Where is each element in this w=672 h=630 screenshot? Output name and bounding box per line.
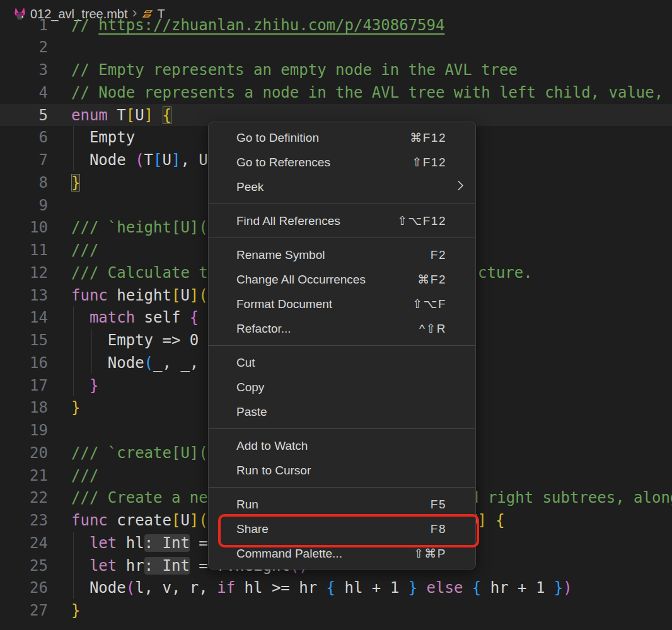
menu-item-copy[interactable]: Copy: [209, 375, 475, 399]
menu-item-share[interactable]: ShareF8: [209, 517, 475, 541]
code-token: [417, 579, 426, 597]
line-number[interactable]: 12: [0, 264, 48, 282]
code-token: =: [190, 534, 208, 552]
menu-item-go-to-references[interactable]: Go to References⇧F12: [209, 150, 475, 175]
code-line[interactable]: Node(_, _,: [71, 354, 199, 372]
line-number[interactable]: 13: [0, 287, 48, 304]
editor-window: 012_avl_tree.mbt › T 1// https://zhuanla…: [0, 0, 672, 630]
line-number[interactable]: 25: [0, 557, 48, 575]
code-line[interactable]: ///: [71, 467, 98, 484]
line-number[interactable]: 4: [0, 84, 48, 101]
code-line[interactable]: // https://zhuanlan.zhihu.com/p/43086759…: [71, 16, 444, 34]
menu-item-paste[interactable]: Paste: [209, 399, 475, 424]
code-line-fragment[interactable]: d right subtrees, along: [470, 489, 672, 507]
menu-item-shortcut: ⇧⌥F12: [397, 214, 446, 228]
menu-item-label: Find All References: [236, 214, 340, 228]
menu-item-refactor[interactable]: Refactor...^⇧R: [209, 316, 475, 341]
code-token: {: [327, 579, 335, 597]
code-token: (: [135, 151, 144, 169]
menu-item-change-all-occurrences[interactable]: Change All Occurrences⌘F2: [209, 267, 475, 292]
line-number[interactable]: 19: [0, 421, 48, 439]
menu-item-find-all-references[interactable]: Find All References⇧⌥F12: [209, 209, 475, 233]
line-number[interactable]: 20: [0, 444, 48, 462]
line-number[interactable]: 9: [0, 197, 48, 214]
menu-item-cut[interactable]: Cut: [209, 350, 475, 375]
code-line[interactable]: }: [71, 174, 80, 192]
menu-item-format-document[interactable]: Format Document⇧⌥F: [209, 292, 475, 316]
code-line[interactable]: ///: [71, 241, 98, 259]
code-token: enum: [71, 106, 108, 124]
code-token: Empty: [71, 129, 135, 146]
code-line[interactable]: }: [71, 602, 80, 619]
submenu-chevron-icon: [457, 180, 464, 194]
code-line[interactable]: match self {: [71, 309, 199, 326]
menu-item-rename-symbol[interactable]: Rename SymbolF2: [209, 243, 475, 267]
menu-item-run[interactable]: RunF5: [209, 492, 475, 517]
code-token: (: [144, 354, 153, 372]
code-token: if: [217, 579, 235, 597]
line-number[interactable]: 23: [0, 512, 48, 529]
line-number[interactable]: 18: [0, 399, 48, 416]
line-number[interactable]: 5: [0, 106, 48, 124]
menu-item-peek[interactable]: Peek: [209, 175, 475, 199]
line-number[interactable]: 15: [0, 331, 48, 349]
code-token: [71, 534, 90, 552]
line-number[interactable]: 16: [0, 354, 48, 372]
code-token: [: [153, 151, 162, 169]
menu-item-command-palette[interactable]: Command Palette...⇧⌘P: [209, 541, 475, 566]
line-number[interactable]: 14: [0, 309, 48, 326]
code-line[interactable]: Empty => 0: [71, 331, 199, 349]
menu-item-run-to-cursor[interactable]: Run to Cursor: [209, 458, 475, 483]
code-token: [153, 106, 162, 124]
line-number[interactable]: 2: [0, 38, 48, 56]
code-line[interactable]: Empty: [71, 129, 135, 146]
code-line[interactable]: Node (T[U], U: [71, 151, 208, 169]
code-line[interactable]: /// Calculate t: [71, 264, 208, 282]
code-line[interactable]: }: [71, 377, 98, 394]
line-number[interactable]: 22: [0, 489, 48, 507]
menu-item-shortcut: ⇧⌘P: [414, 546, 446, 561]
line-number[interactable]: 3: [0, 61, 48, 79]
code-token: ](: [190, 287, 208, 304]
code-token: T: [108, 106, 126, 124]
code-token: [: [171, 287, 180, 304]
line-number[interactable]: 11: [0, 241, 48, 259]
code-line-fragment[interactable]: cture.: [478, 264, 533, 282]
line-number[interactable]: 26: [0, 579, 48, 597]
code-line[interactable]: let hl: Int =: [71, 534, 208, 552]
code-line[interactable]: /// `create[U](: [71, 444, 208, 462]
menu-item-label: Copy: [236, 381, 264, 394]
line-number[interactable]: 1: [0, 16, 48, 34]
code-line[interactable]: Node(l, v, r, if hl >= hr { hl + 1 } els…: [71, 579, 572, 597]
line-number[interactable]: 8: [0, 174, 48, 192]
code-line[interactable]: // Empty represents an empty node in the…: [71, 61, 518, 79]
code-line[interactable]: func create[U](: [71, 512, 208, 529]
code-token: : Int: [144, 557, 190, 575]
code-line[interactable]: /// `height[U](: [71, 219, 208, 236]
menu-item-add-to-watch[interactable]: Add to Watch: [209, 433, 475, 458]
code-token: l, v, r,: [135, 579, 217, 597]
code-line[interactable]: /// Create a ne: [71, 489, 208, 507]
line-number[interactable]: 6: [0, 129, 48, 146]
line-number[interactable]: 27: [0, 602, 48, 619]
code-line[interactable]: func height[U](: [71, 287, 208, 304]
menu-item-shortcut: F5: [431, 498, 446, 512]
code-token: Node: [71, 579, 126, 597]
code-token: Node: [71, 354, 144, 372]
code-token: hr: [117, 557, 144, 575]
comment-link[interactable]: https://zhuanlan.zhihu.com/p/430867594: [98, 16, 444, 34]
line-number[interactable]: 17: [0, 377, 48, 394]
menu-separator: [209, 487, 475, 488]
code-line[interactable]: // Node represents a node in the AVL tre…: [71, 84, 672, 101]
menu-item-go-to-definition[interactable]: Go to Definition⌘F12: [209, 125, 475, 150]
line-number[interactable]: 10: [0, 219, 48, 236]
code-token: [71, 309, 90, 326]
line-number[interactable]: 21: [0, 467, 48, 484]
code-token: cture.: [478, 264, 533, 282]
code-line[interactable]: enum T[U] {: [71, 106, 171, 124]
line-number[interactable]: 24: [0, 534, 48, 552]
code-token: {: [190, 309, 199, 326]
code-token: _, _,: [153, 354, 199, 372]
code-line[interactable]: }: [71, 399, 80, 416]
line-number[interactable]: 7: [0, 151, 48, 169]
